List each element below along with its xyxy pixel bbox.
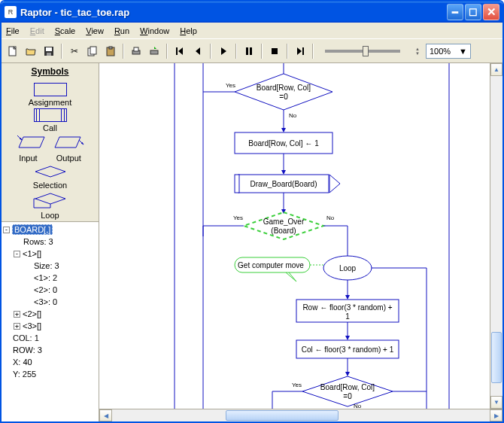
copy-button[interactable] [84,43,101,59]
vertical-scrollbar[interactable]: ▲ ▼ [490,63,502,409]
call-shape[interactable] [34,108,67,122]
svg-rect-3 [47,53,51,56]
svg-rect-5 [90,47,96,54]
new-file-button[interactable] [5,43,21,59]
step-back-button[interactable] [172,43,188,59]
vscroll-thumb[interactable] [491,332,502,383]
output-shape[interactable] [53,134,85,152]
variable-tree[interactable]: -BOARD[,] Rows: 3 -<1>[] Size: 3 <1>: 2 … [2,221,99,421]
svg-text:1: 1 [345,312,350,321]
save-file-button[interactable] [41,43,57,59]
titlebar: R Raptor - tic_tac_toe.rap ━ ☐ ✕ [2,2,502,23]
canvas-wrap: Board[Row, Col] =0 Yes No Board[Row, Col… [99,63,502,421]
app-icon: R [5,6,17,18]
loop-shape[interactable] [32,191,68,209]
scroll-down-button[interactable]: ▼ [490,396,502,409]
pause-button[interactable] [241,43,257,59]
menubar: File Edit Scale View Run Window Help [2,23,502,39]
svg-text:=0: =0 [343,392,352,400]
menu-run[interactable]: Run [114,26,129,35]
svg-text:Draw_Board(Board): Draw_Board(Board) [250,180,317,188]
selection-shape[interactable] [32,164,68,179]
svg-text:Board[Row, Col] ← 1: Board[Row, Col] ← 1 [248,139,319,148]
dropdown-arrow-icon: ▼ [459,47,467,56]
svg-rect-9 [134,47,138,51]
open-file-button[interactable] [23,43,39,59]
step-button[interactable] [292,43,308,59]
close-button[interactable]: ✕ [483,4,499,20]
svg-text:Yes: Yes [233,215,243,221]
paste-button[interactable] [102,43,119,59]
scroll-right-button[interactable]: ▶ [490,409,502,421]
svg-text:Yes: Yes [292,382,302,388]
tree-row[interactable]: -<1>[] [3,248,97,260]
call-label: Call [3,123,97,132]
stop-button[interactable] [266,43,283,59]
hscroll-thumb[interactable] [226,410,339,421]
svg-rect-13 [250,47,252,55]
tree-row[interactable]: ROW: 3 [3,344,97,356]
svg-rect-30 [235,175,239,193]
symbols-header: Symbols [2,63,99,80]
menu-scale[interactable]: Scale [55,26,76,35]
tree-row[interactable]: Y: 255 [3,368,97,380]
svg-text:=0: =0 [279,93,288,101]
scroll-up-button[interactable]: ▲ [490,63,502,76]
svg-text:No: No [289,112,297,119]
maximize-button[interactable]: ☐ [465,4,481,20]
zoom-select[interactable]: 100% ▼ [426,44,471,59]
horizontal-scrollbar[interactable]: ◀ ▶ [99,409,502,421]
scroll-left-button[interactable]: ◀ [99,409,112,421]
assignment-shape[interactable] [34,83,67,96]
zoom-stepper[interactable]: ▲▼ [415,47,420,56]
selection-label: Selection [3,181,97,190]
tree-row[interactable]: Rows: 3 [3,236,97,248]
input-shape[interactable] [16,134,47,152]
svg-rect-11 [176,47,178,55]
sidebar: Symbols Assignment Call Input Output Sel… [2,63,99,421]
play-button[interactable] [215,43,232,59]
input-label: Input [19,154,37,163]
assignment-label: Assignment [3,98,97,107]
generate-button[interactable] [146,43,162,59]
tree-row[interactable]: +<3>[] [3,320,97,332]
tree-row[interactable]: Size: 3 [3,260,97,272]
svg-rect-7 [109,47,112,49]
svg-text:No: No [354,403,362,409]
tree-row[interactable]: <3>: 0 [3,296,97,308]
print-button[interactable] [128,43,144,59]
symbols-palette: Assignment Call Input Output Selection L… [2,80,99,221]
menu-edit: Edit [30,26,44,35]
menu-help[interactable]: Help [180,26,197,35]
cut-button[interactable]: ✂ [66,43,83,59]
svg-text:Col ← floor(3 * random) + 1: Col ← floor(3 * random) + 1 [302,345,394,354]
svg-rect-15 [302,47,304,55]
toolbar: ✂ ▲▼ 100% ▼ [2,39,502,63]
svg-text:(Board): (Board) [271,227,296,235]
svg-text:Get computer move: Get computer move [238,261,304,269]
svg-rect-12 [246,47,248,55]
tree-row[interactable]: <2>: 0 [3,284,97,296]
minimize-button[interactable]: ━ [447,4,463,20]
tree-row[interactable]: COL: 1 [3,332,97,344]
flowchart-canvas[interactable]: Board[Row, Col] =0 Yes No Board[Row, Col… [99,63,502,409]
svg-text:Row ← floor(3 * random) +: Row ← floor(3 * random) + [302,303,392,312]
output-label: Output [56,154,81,163]
svg-rect-10 [150,50,158,54]
menu-file[interactable]: File [6,26,20,35]
svg-rect-14 [272,48,278,54]
reset-button[interactable] [190,43,206,59]
svg-text:Yes: Yes [226,82,235,89]
tree-row[interactable]: X: 40 [3,356,97,368]
svg-text:No: No [326,215,335,221]
svg-text:Board[Row, Col]: Board[Row, Col] [257,84,311,92]
svg-text:Loop: Loop [339,264,357,272]
tree-root[interactable]: -BOARD[,] [3,224,97,236]
flowchart-svg: Board[Row, Col] =0 Yes No Board[Row, Col… [99,63,490,409]
tree-row[interactable]: <1>: 2 [3,272,97,284]
menu-view[interactable]: View [86,26,104,35]
tree-row[interactable]: +<2>[] [3,308,97,320]
menu-window[interactable]: Window [140,26,169,35]
window-title: Raptor - tic_tac_toe.rap [20,7,447,18]
speed-slider[interactable] [325,50,400,53]
